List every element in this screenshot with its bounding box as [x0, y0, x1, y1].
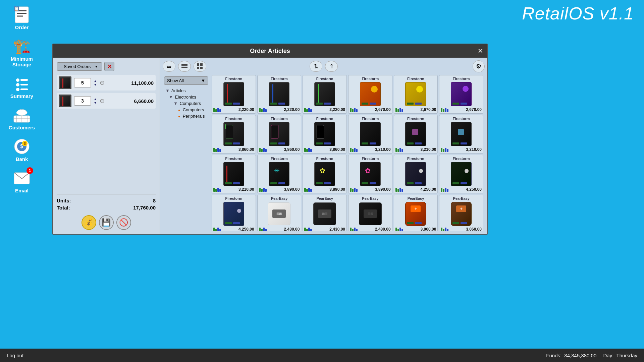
- product-card-8[interactable]: Firestorm 3,860.00: [257, 115, 302, 154]
- product-name-22: PearEasy: [362, 196, 379, 200]
- totals-section: Units: 8 Total: 17,760.00: [57, 194, 156, 212]
- product-image-11: [402, 121, 429, 146]
- edit-button-1[interactable]: ⊖: [100, 79, 105, 86]
- email-icon: 1: [12, 169, 32, 187]
- tree-computers-folder[interactable]: ▼ Computers: [164, 100, 208, 107]
- category-tree: Show All ▼ ▼ Articles ▼ Electronics ▼ Co…: [163, 75, 210, 231]
- product-price-15: 3,890.00: [329, 187, 345, 192]
- product-price-3: 2,220.00: [329, 107, 345, 112]
- product-footer-16: 3,890.00: [350, 187, 391, 192]
- product-name-3: Firestorm: [316, 77, 333, 81]
- product-card-20[interactable]: PearEasy ⊞⊞ 2,430.00: [257, 195, 302, 231]
- product-footer-19: 4,250.00: [213, 227, 254, 231]
- triangle-icon: ▼: [173, 101, 178, 106]
- product-name-7: Firestorm: [225, 117, 242, 121]
- tree-computers-item[interactable]: ● Computers: [164, 107, 208, 113]
- product-image-23: +: [402, 201, 429, 226]
- product-name-6: Firestorm: [453, 77, 470, 81]
- saved-orders-button[interactable]: - Saved Orders - ▼: [57, 62, 102, 71]
- tree-articles[interactable]: ▼ Articles: [164, 87, 208, 94]
- product-card-14[interactable]: Firestorm ✳ 3,890.00: [257, 155, 302, 193]
- product-card-19[interactable]: Firestorm 4,250.00: [212, 195, 256, 231]
- product-card-15[interactable]: Firestorm ✿ 3,890.00: [303, 155, 347, 193]
- qty-down-arrow-2[interactable]: ▼: [94, 101, 97, 105]
- product-card-16[interactable]: Firestorm ✿ 3,890.00: [348, 155, 392, 193]
- product-card-13[interactable]: Firestorm 3,210.00: [212, 155, 256, 193]
- sidebar-item-bank[interactable]: $ $ Bank: [3, 135, 40, 164]
- svg-text:$: $: [24, 142, 26, 145]
- product-card-11[interactable]: Firestorm 3,210.00: [394, 115, 438, 154]
- list-view-button[interactable]: [178, 61, 191, 72]
- product-card-4[interactable]: Firestorm 2,670.00: [348, 75, 392, 114]
- day-value: Thursday: [616, 353, 637, 358]
- product-footer-1: 2,220.00: [213, 107, 254, 112]
- product-price-12: 3,210.00: [466, 147, 482, 152]
- qty-up-arrow-1[interactable]: ▲: [94, 79, 97, 83]
- cancel-order-button[interactable]: 🚫: [116, 215, 131, 230]
- sort-button[interactable]: ⇅: [310, 61, 322, 72]
- product-name-10: Firestorm: [362, 117, 379, 121]
- sidebar-item-minimum-storage[interactable]: 🏗️ MinimumStorage: [3, 35, 40, 69]
- product-card-9[interactable]: Firestorm 3,860.00: [303, 115, 347, 154]
- product-price-13: 3,210.00: [238, 187, 254, 192]
- qty-up-arrow-2[interactable]: ▲: [94, 98, 97, 101]
- infinity-button[interactable]: ∞: [163, 61, 175, 72]
- product-card-21[interactable]: PearEasy ⊞⊞ 2,430.00: [303, 195, 347, 231]
- product-card-10[interactable]: Firestorm 3,210.00: [348, 115, 392, 154]
- collapse-button[interactable]: ⇑: [325, 61, 338, 72]
- product-footer-2: 2,220.00: [259, 107, 300, 112]
- product-card-3[interactable]: Firestorm 2,220.00: [303, 75, 347, 114]
- modal-close-button[interactable]: ✕: [478, 47, 483, 55]
- tree-container: ▼ Articles ▼ Electronics ▼ Computers ● C…: [164, 87, 208, 119]
- order-price-1: 11,100.00: [131, 80, 154, 86]
- dropdown-arrow-icon: ▼: [95, 65, 98, 68]
- product-name-4: Firestorm: [362, 77, 379, 81]
- save-order-button[interactable]: 💾: [99, 215, 114, 230]
- product-price-20: 2,430.00: [284, 227, 300, 231]
- product-name-8: Firestorm: [271, 117, 288, 121]
- product-card-1[interactable]: Firestorm 2,220.00: [212, 75, 256, 114]
- svg-point-8: [16, 83, 19, 86]
- product-name-24: PearEasy: [453, 196, 470, 200]
- cancel-orders-button[interactable]: ✕: [104, 62, 114, 71]
- product-card-22[interactable]: PearEasy ⊞⊞ 2,430.00: [348, 195, 392, 231]
- confirm-order-button[interactable]: 💰: [82, 215, 96, 230]
- svg-rect-11: [20, 88, 28, 90]
- product-card-12[interactable]: Firestorm 3,210.00: [439, 115, 483, 154]
- product-card-17[interactable]: Firestorm 4,250.00: [394, 155, 438, 193]
- product-image-16: ✿: [357, 161, 384, 186]
- logout-button[interactable]: Log out: [7, 353, 23, 358]
- edit-button-2[interactable]: ⊖: [100, 97, 105, 105]
- modal-header: Order Articles ✕: [53, 44, 487, 58]
- grid-view-button[interactable]: [194, 61, 206, 72]
- filter-dropdown[interactable]: Show All ▼: [164, 76, 208, 85]
- settings-button[interactable]: ⚙: [473, 60, 485, 72]
- dot-icon: ●: [178, 108, 180, 112]
- filter-label: Show All: [167, 78, 184, 83]
- product-card-6[interactable]: Firestorm 2,670.00: [439, 75, 483, 114]
- product-card-24[interactable]: PearEasy + 3,060: [439, 195, 483, 231]
- product-card-23[interactable]: PearEasy + 3,060: [394, 195, 438, 231]
- sidebar-item-order[interactable]: 📋 Order: [3, 3, 40, 32]
- sidebar-item-email[interactable]: 1 Email: [3, 167, 40, 195]
- filter-arrow-icon: ▼: [201, 78, 205, 83]
- product-card-2[interactable]: Firestorm 2,220.00: [257, 75, 302, 114]
- triangle-icon: ▼: [165, 88, 170, 93]
- product-footer-12: 3,210.00: [441, 147, 482, 152]
- product-footer-20: 2,430.00: [259, 227, 300, 231]
- quantity-arrows-2[interactable]: ▲ ▼: [94, 98, 97, 105]
- product-card-7[interactable]: Firestorm 3,860.00: [212, 115, 256, 154]
- sidebar-item-customers[interactable]: Customers: [3, 104, 40, 132]
- qty-down-arrow-1[interactable]: ▼: [94, 83, 97, 86]
- product-image-14: ✳: [266, 161, 292, 186]
- total-row: Total: 17,760.00: [57, 205, 156, 210]
- product-card-5[interactable]: Firestorm 2,670.00: [394, 75, 438, 114]
- product-card-18[interactable]: Firestorm 4,250.00: [439, 155, 483, 193]
- dot-icon: ●: [178, 115, 180, 118]
- quantity-arrows-1[interactable]: ▲ ▼: [94, 79, 97, 86]
- sidebar-item-summary[interactable]: Summary: [3, 72, 40, 101]
- tree-electronics[interactable]: ▼ Electronics: [164, 94, 208, 100]
- tree-peripherals[interactable]: ● Peripherals: [164, 113, 208, 119]
- product-footer-7: 3,860.00: [213, 147, 254, 152]
- saved-orders-bar: - Saved Orders - ▼ ✕: [57, 62, 156, 71]
